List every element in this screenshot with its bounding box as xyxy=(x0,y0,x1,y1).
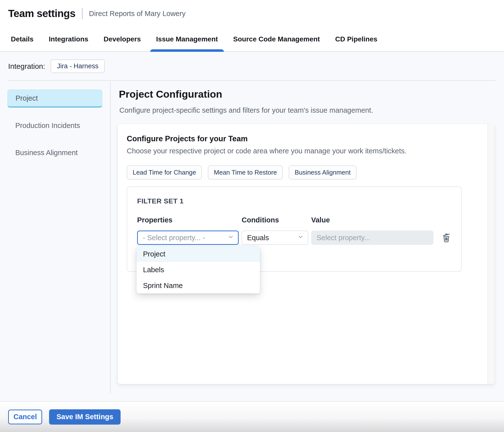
property-dropdown-menu: Project Labels Sprint Name xyxy=(137,246,260,293)
page-header: Team settings Direct Reports of Mary Low… xyxy=(0,0,504,27)
tab-details[interactable]: Details xyxy=(11,27,34,51)
property-select[interactable]: - Select property... - xyxy=(137,231,239,245)
main-pane: Project Configuration Configure project-… xyxy=(111,81,504,401)
tab-integrations[interactable]: Integrations xyxy=(49,27,88,51)
title-divider xyxy=(82,8,83,19)
sidebar-item-business-alignment[interactable]: Business Alignment xyxy=(7,144,102,162)
sidebar-item-production-incidents[interactable]: Production Incidents xyxy=(7,117,102,135)
dropdown-option-project[interactable]: Project xyxy=(137,246,260,262)
filter-set-title: FILTER SET 1 xyxy=(137,197,451,205)
condition-select[interactable]: Equals xyxy=(242,231,308,245)
sidebar-item-project[interactable]: Project xyxy=(7,90,102,108)
metric-chip-row: Lead Time for Change Mean Time to Restor… xyxy=(127,165,475,180)
value-input[interactable] xyxy=(311,231,433,245)
filter-set-1: FILTER SET 1 Properties Conditions Value… xyxy=(127,186,462,272)
property-select-value: - Select property... - xyxy=(143,234,205,242)
tab-cd-pipelines[interactable]: CD Pipelines xyxy=(335,27,377,51)
team-settings-page: Team settings Direct Reports of Mary Low… xyxy=(0,0,504,432)
integration-chip[interactable]: Jira - Harness xyxy=(51,59,105,73)
delete-filter-button[interactable] xyxy=(441,232,451,243)
page-body: Integration: Jira - Harness Project Prod… xyxy=(0,52,504,401)
tab-developers[interactable]: Developers xyxy=(104,27,141,51)
content-area: Project Production Incidents Business Al… xyxy=(0,81,504,401)
condition-select-value: Equals xyxy=(247,234,269,242)
project-config-card: Configure Projects for your Team Choose … xyxy=(118,124,495,384)
card-description: Choose your respective project or code a… xyxy=(127,147,475,155)
chevron-down-icon xyxy=(228,234,234,242)
section-title: Project Configuration xyxy=(119,89,222,100)
settings-sidebar: Project Production Incidents Business Al… xyxy=(0,81,111,393)
dropdown-option-labels[interactable]: Labels xyxy=(137,262,260,278)
tab-source-code-management[interactable]: Source Code Management xyxy=(233,27,320,51)
column-header-properties: Properties xyxy=(137,216,239,224)
chip-mean-time-to-restore[interactable]: Mean Time to Restore xyxy=(208,165,283,180)
tab-issue-management[interactable]: Issue Management xyxy=(156,27,218,51)
column-header-conditions: Conditions xyxy=(242,216,308,224)
card-content: Configure Projects for your Team Choose … xyxy=(118,124,494,272)
dropdown-option-sprint-name[interactable]: Sprint Name xyxy=(137,278,260,293)
chip-business-alignment[interactable]: Business Alignment xyxy=(289,165,357,180)
card-scrollbar[interactable] xyxy=(487,124,494,384)
page-footer: Cancel Save IM Settings xyxy=(0,401,504,432)
cancel-button[interactable]: Cancel xyxy=(8,410,42,424)
integration-row: Integration: Jira - Harness xyxy=(8,52,496,81)
column-header-value: Value xyxy=(311,216,433,224)
save-im-settings-button[interactable]: Save IM Settings xyxy=(49,409,121,425)
section-description: Configure project-specific settings and … xyxy=(119,106,373,114)
chevron-down-icon xyxy=(297,234,304,242)
page-title: Team settings xyxy=(8,8,75,19)
page-subtitle: Direct Reports of Mary Lowery xyxy=(89,10,186,18)
integration-label: Integration: xyxy=(8,62,45,71)
card-title: Configure Projects for your Team xyxy=(127,134,475,143)
trash-icon xyxy=(441,232,451,243)
filter-grid: Properties Conditions Value - Select pro… xyxy=(137,216,451,245)
chip-lead-time-for-change[interactable]: Lead Time for Change xyxy=(127,165,202,180)
tab-bar: Details Integrations Developers Issue Ma… xyxy=(0,27,504,52)
